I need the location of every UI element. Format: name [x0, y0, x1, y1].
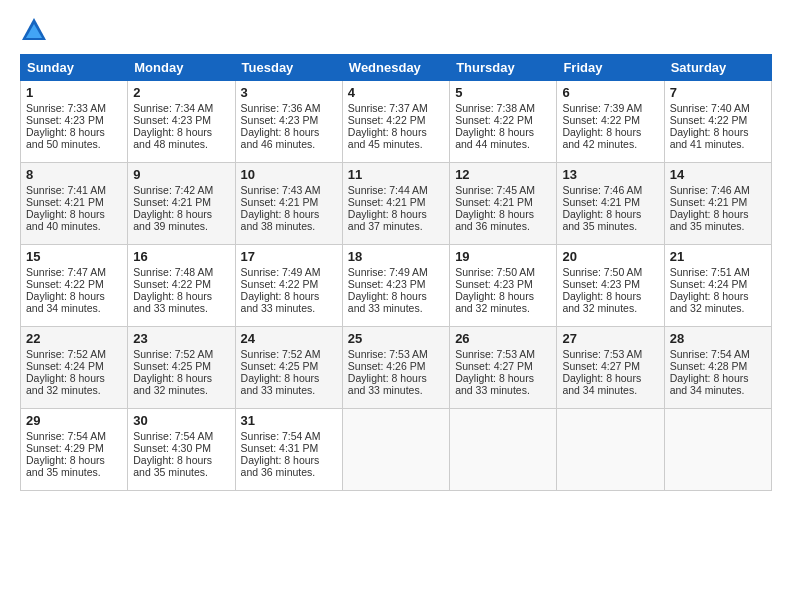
calendar-cell: 15Sunrise: 7:47 AMSunset: 4:22 PMDayligh…: [21, 245, 128, 327]
sunset-label: Sunset: 4:30 PM: [133, 442, 211, 454]
sunset-label: Sunset: 4:22 PM: [562, 114, 640, 126]
daylight-label: Daylight: 8 hours and 34 minutes.: [26, 290, 105, 314]
sunset-label: Sunset: 4:25 PM: [133, 360, 211, 372]
sunrise-label: Sunrise: 7:51 AM: [670, 266, 750, 278]
sunset-label: Sunset: 4:21 PM: [670, 196, 748, 208]
daylight-label: Daylight: 8 hours and 50 minutes.: [26, 126, 105, 150]
calendar-cell: 16Sunrise: 7:48 AMSunset: 4:22 PMDayligh…: [128, 245, 235, 327]
calendar-cell: 25Sunrise: 7:53 AMSunset: 4:26 PMDayligh…: [342, 327, 449, 409]
weekday-monday: Monday: [128, 55, 235, 81]
day-number: 3: [241, 85, 337, 100]
sunrise-label: Sunrise: 7:53 AM: [348, 348, 428, 360]
calendar-cell: 27Sunrise: 7:53 AMSunset: 4:27 PMDayligh…: [557, 327, 664, 409]
day-number: 8: [26, 167, 122, 182]
calendar-cell: 30Sunrise: 7:54 AMSunset: 4:30 PMDayligh…: [128, 409, 235, 491]
calendar-cell: 21Sunrise: 7:51 AMSunset: 4:24 PMDayligh…: [664, 245, 771, 327]
sunrise-label: Sunrise: 7:38 AM: [455, 102, 535, 114]
daylight-label: Daylight: 8 hours and 39 minutes.: [133, 208, 212, 232]
sunrise-label: Sunrise: 7:52 AM: [241, 348, 321, 360]
calendar-cell: 6Sunrise: 7:39 AMSunset: 4:22 PMDaylight…: [557, 81, 664, 163]
day-number: 9: [133, 167, 229, 182]
calendar-cell: [557, 409, 664, 491]
sunrise-label: Sunrise: 7:47 AM: [26, 266, 106, 278]
calendar-cell: 2Sunrise: 7:34 AMSunset: 4:23 PMDaylight…: [128, 81, 235, 163]
calendar-week-2: 8Sunrise: 7:41 AMSunset: 4:21 PMDaylight…: [21, 163, 772, 245]
sunset-label: Sunset: 4:22 PM: [133, 278, 211, 290]
page-container: SundayMondayTuesdayWednesdayThursdayFrid…: [0, 0, 792, 501]
sunset-label: Sunset: 4:22 PM: [670, 114, 748, 126]
daylight-label: Daylight: 8 hours and 35 minutes.: [133, 454, 212, 478]
sunset-label: Sunset: 4:31 PM: [241, 442, 319, 454]
day-number: 13: [562, 167, 658, 182]
calendar-cell: [664, 409, 771, 491]
day-number: 6: [562, 85, 658, 100]
calendar-cell: 24Sunrise: 7:52 AMSunset: 4:25 PMDayligh…: [235, 327, 342, 409]
day-number: 2: [133, 85, 229, 100]
calendar-cell: 10Sunrise: 7:43 AMSunset: 4:21 PMDayligh…: [235, 163, 342, 245]
sunset-label: Sunset: 4:23 PM: [241, 114, 319, 126]
sunset-label: Sunset: 4:21 PM: [455, 196, 533, 208]
daylight-label: Daylight: 8 hours and 42 minutes.: [562, 126, 641, 150]
sunrise-label: Sunrise: 7:37 AM: [348, 102, 428, 114]
daylight-label: Daylight: 8 hours and 32 minutes.: [455, 290, 534, 314]
daylight-label: Daylight: 8 hours and 35 minutes.: [670, 208, 749, 232]
calendar-cell: 12Sunrise: 7:45 AMSunset: 4:21 PMDayligh…: [450, 163, 557, 245]
day-number: 16: [133, 249, 229, 264]
sunrise-label: Sunrise: 7:54 AM: [241, 430, 321, 442]
sunset-label: Sunset: 4:22 PM: [241, 278, 319, 290]
calendar-week-5: 29Sunrise: 7:54 AMSunset: 4:29 PMDayligh…: [21, 409, 772, 491]
calendar-cell: 14Sunrise: 7:46 AMSunset: 4:21 PMDayligh…: [664, 163, 771, 245]
calendar-cell: [342, 409, 449, 491]
day-number: 15: [26, 249, 122, 264]
daylight-label: Daylight: 8 hours and 33 minutes.: [348, 372, 427, 396]
sunset-label: Sunset: 4:23 PM: [455, 278, 533, 290]
day-number: 28: [670, 331, 766, 346]
calendar-cell: 19Sunrise: 7:50 AMSunset: 4:23 PMDayligh…: [450, 245, 557, 327]
daylight-label: Daylight: 8 hours and 36 minutes.: [455, 208, 534, 232]
daylight-label: Daylight: 8 hours and 36 minutes.: [241, 454, 320, 478]
sunset-label: Sunset: 4:28 PM: [670, 360, 748, 372]
sunset-label: Sunset: 4:27 PM: [562, 360, 640, 372]
sunrise-label: Sunrise: 7:41 AM: [26, 184, 106, 196]
calendar-cell: 23Sunrise: 7:52 AMSunset: 4:25 PMDayligh…: [128, 327, 235, 409]
sunrise-label: Sunrise: 7:33 AM: [26, 102, 106, 114]
sunrise-label: Sunrise: 7:49 AM: [241, 266, 321, 278]
daylight-label: Daylight: 8 hours and 33 minutes.: [241, 290, 320, 314]
daylight-label: Daylight: 8 hours and 34 minutes.: [670, 372, 749, 396]
daylight-label: Daylight: 8 hours and 32 minutes.: [670, 290, 749, 314]
sunrise-label: Sunrise: 7:52 AM: [26, 348, 106, 360]
calendar-cell: [450, 409, 557, 491]
sunrise-label: Sunrise: 7:43 AM: [241, 184, 321, 196]
day-number: 14: [670, 167, 766, 182]
day-number: 29: [26, 413, 122, 428]
day-number: 22: [26, 331, 122, 346]
sunset-label: Sunset: 4:23 PM: [348, 278, 426, 290]
daylight-label: Daylight: 8 hours and 40 minutes.: [26, 208, 105, 232]
sunrise-label: Sunrise: 7:36 AM: [241, 102, 321, 114]
sunrise-label: Sunrise: 7:53 AM: [562, 348, 642, 360]
day-number: 20: [562, 249, 658, 264]
calendar-week-3: 15Sunrise: 7:47 AMSunset: 4:22 PMDayligh…: [21, 245, 772, 327]
calendar-table: SundayMondayTuesdayWednesdayThursdayFrid…: [20, 54, 772, 491]
daylight-label: Daylight: 8 hours and 44 minutes.: [455, 126, 534, 150]
sunset-label: Sunset: 4:22 PM: [455, 114, 533, 126]
calendar-cell: 17Sunrise: 7:49 AMSunset: 4:22 PMDayligh…: [235, 245, 342, 327]
day-number: 30: [133, 413, 229, 428]
sunset-label: Sunset: 4:26 PM: [348, 360, 426, 372]
sunset-label: Sunset: 4:23 PM: [133, 114, 211, 126]
sunrise-label: Sunrise: 7:46 AM: [562, 184, 642, 196]
sunset-label: Sunset: 4:27 PM: [455, 360, 533, 372]
calendar-cell: 28Sunrise: 7:54 AMSunset: 4:28 PMDayligh…: [664, 327, 771, 409]
day-number: 26: [455, 331, 551, 346]
daylight-label: Daylight: 8 hours and 46 minutes.: [241, 126, 320, 150]
day-number: 21: [670, 249, 766, 264]
weekday-friday: Friday: [557, 55, 664, 81]
weekday-thursday: Thursday: [450, 55, 557, 81]
daylight-label: Daylight: 8 hours and 48 minutes.: [133, 126, 212, 150]
daylight-label: Daylight: 8 hours and 32 minutes.: [133, 372, 212, 396]
day-number: 18: [348, 249, 444, 264]
sunset-label: Sunset: 4:23 PM: [26, 114, 104, 126]
calendar-cell: 1Sunrise: 7:33 AMSunset: 4:23 PMDaylight…: [21, 81, 128, 163]
daylight-label: Daylight: 8 hours and 38 minutes.: [241, 208, 320, 232]
daylight-label: Daylight: 8 hours and 34 minutes.: [562, 372, 641, 396]
